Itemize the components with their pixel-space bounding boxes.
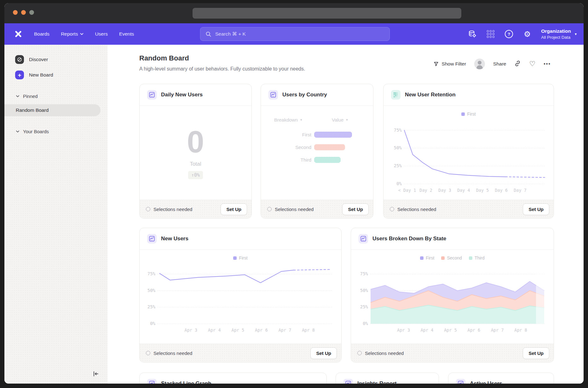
sidebar-item-random-board[interactable]: Random Board <box>4 104 101 116</box>
search-icon <box>205 31 211 37</box>
board-content: Random Board A high-level summary of use… <box>107 45 584 384</box>
card-daily-new-users[interactable]: Daily New Users 0 Total ↑0% Selections n… <box>139 84 252 219</box>
collapse-sidebar-icon[interactable] <box>91 369 101 379</box>
window-controls <box>13 10 34 15</box>
card-footer: Selections needed Set Up <box>140 200 251 218</box>
status-text: Selections needed <box>365 351 520 356</box>
share-button[interactable]: Share <box>493 61 506 67</box>
caret-down-icon: ▾ <box>575 32 577 36</box>
set-up-button[interactable]: Set Up <box>342 203 369 215</box>
status-text: Selections needed <box>275 207 339 212</box>
line-chart-icon <box>359 234 368 243</box>
sidebar-section-pinned[interactable]: Pinned <box>16 94 38 99</box>
card-title: Users Broken Down By State <box>372 236 446 242</box>
chevron-down-icon <box>16 130 20 133</box>
org-switcher[interactable]: Organization All Project Data ▾ <box>541 28 577 40</box>
chart-legend: FirstSecondThird <box>351 254 554 262</box>
set-up-button[interactable]: Set Up <box>310 347 337 359</box>
favorite-heart-icon[interactable]: ♡ <box>529 60 535 67</box>
board-actions: Show Filter Share ♡ ••• <box>433 59 551 69</box>
card-stacked-line-graph[interactable]: Stacked Line Graph <box>139 373 327 384</box>
status-circle-icon <box>267 207 272 211</box>
country-bar-row: First <box>261 132 373 138</box>
card-footer: Selections needed Set Up <box>351 344 554 362</box>
country-bar-row: Third <box>261 157 373 163</box>
more-options-icon[interactable]: ••• <box>544 61 551 67</box>
set-up-button[interactable]: Set Up <box>221 203 247 215</box>
line-chart-icon <box>268 90 278 100</box>
data-management-icon[interactable] <box>468 30 477 38</box>
retention-chart: 75%50%25%0% <box>404 121 545 184</box>
x-axis-labels: Apr 3Apr 4Apr 5Apr 6Apr 7Apr 8 <box>158 326 332 334</box>
card-users-by-country[interactable]: Users by Country Breakdown ▾ Value ▾ Fir… <box>261 84 373 219</box>
mixpanel-logo-icon[interactable] <box>14 30 23 38</box>
card-insights-report[interactable]: Insights Report <box>336 373 439 384</box>
sidebar-item-discover[interactable]: Discover <box>15 55 48 64</box>
nav-item-boards[interactable]: Boards <box>34 31 49 37</box>
breakdown-dropdown[interactable]: Breakdown ▾ <box>274 117 302 123</box>
traffic-light[interactable] <box>13 10 18 15</box>
line-chart-icon <box>147 90 157 100</box>
x-axis-labels: Apr 3Apr 4Apr 5Apr 6Apr 7Apr 8 <box>371 326 544 334</box>
value-dropdown[interactable]: Value ▾ <box>332 117 348 123</box>
copy-link-icon[interactable] <box>514 60 521 68</box>
search-placeholder: Search ⌘ + K <box>215 31 246 37</box>
card-footer: Selections needed Set Up <box>140 344 341 362</box>
nav-item-reports[interactable]: Reports <box>61 31 84 37</box>
apps-grid-icon[interactable] <box>486 30 495 38</box>
state-area-chart: 75%50%25%0% <box>371 265 544 324</box>
traffic-light[interactable] <box>29 10 34 15</box>
compass-icon <box>15 55 24 64</box>
search-input[interactable]: Search ⌘ + K <box>200 27 390 41</box>
page-title: Random Board <box>139 54 189 62</box>
nav-item-events[interactable]: Events <box>119 31 134 37</box>
metric-label: Total <box>190 161 201 167</box>
card-title: New User Retention <box>405 92 456 98</box>
help-icon[interactable]: ? <box>504 30 513 38</box>
app-window: Boards Reports Users Events Search ⌘ + K <box>4 3 584 384</box>
card-users-by-state[interactable]: Users Broken Down By State FirstSecondTh… <box>351 228 554 362</box>
traffic-light[interactable] <box>21 10 26 15</box>
status-circle-icon <box>357 351 362 355</box>
card-title: Active Users <box>470 380 502 384</box>
chart-legend: First <box>140 254 341 262</box>
line-chart-icon <box>147 379 157 384</box>
chevron-down-icon <box>80 33 84 35</box>
sidebar-section-your-boards[interactable]: Your Boards <box>16 129 49 134</box>
plus-icon: + <box>15 71 24 79</box>
card-title: Daily New Users <box>161 92 203 98</box>
sidebar-item-new-board[interactable]: + New Board <box>15 71 53 79</box>
address-bar[interactable] <box>193 8 461 19</box>
status-circle-icon <box>146 207 150 211</box>
set-up-button[interactable]: Set Up <box>523 347 549 359</box>
incomplete-period-overlay <box>536 265 544 324</box>
set-up-button[interactable]: Set Up <box>523 203 549 215</box>
card-footer: Selections needed Set Up <box>383 200 554 218</box>
show-filter-button[interactable]: Show Filter <box>433 61 466 67</box>
caret-down-icon: ▾ <box>300 118 302 122</box>
card-new-user-retention[interactable]: New User Retention First 75%50%25%0% < D… <box>383 84 554 219</box>
org-name: Organization <box>541 28 571 34</box>
new-users-chart: 75%50%25%0% <box>158 265 332 324</box>
nav-item-users[interactable]: Users <box>95 31 107 37</box>
card-footer: Selections needed Set Up <box>261 200 373 218</box>
window-titlebar <box>4 3 584 23</box>
country-bar-row: Second <box>261 144 373 150</box>
org-project: All Project Data <box>541 35 571 40</box>
card-title: Users by Country <box>282 92 327 98</box>
metric-delta-badge: ↑0% <box>188 171 203 179</box>
line-chart-icon <box>456 379 465 384</box>
card-title: New Users <box>161 236 188 242</box>
x-axis-labels: < Day 1Day 2Day 3Day 4Day 5Day 6Day 7 <box>404 186 545 194</box>
caret-down-icon: ▾ <box>346 118 348 122</box>
chevron-down-icon <box>16 95 20 98</box>
card-title: Insights Report <box>357 380 397 384</box>
avatar[interactable] <box>474 59 485 69</box>
sidebar: Discover + New Board Pinned Random Board… <box>4 45 108 384</box>
status-circle-icon <box>146 351 150 355</box>
card-active-users[interactable]: Active Users <box>448 373 554 384</box>
settings-gear-icon[interactable]: ⚙ <box>523 30 532 38</box>
status-text: Selections needed <box>397 207 520 212</box>
card-new-users[interactable]: New Users First 75%50%25%0% Apr 3Apr 4Ap… <box>139 228 342 362</box>
country-bars: FirstSecondThird <box>261 132 373 163</box>
